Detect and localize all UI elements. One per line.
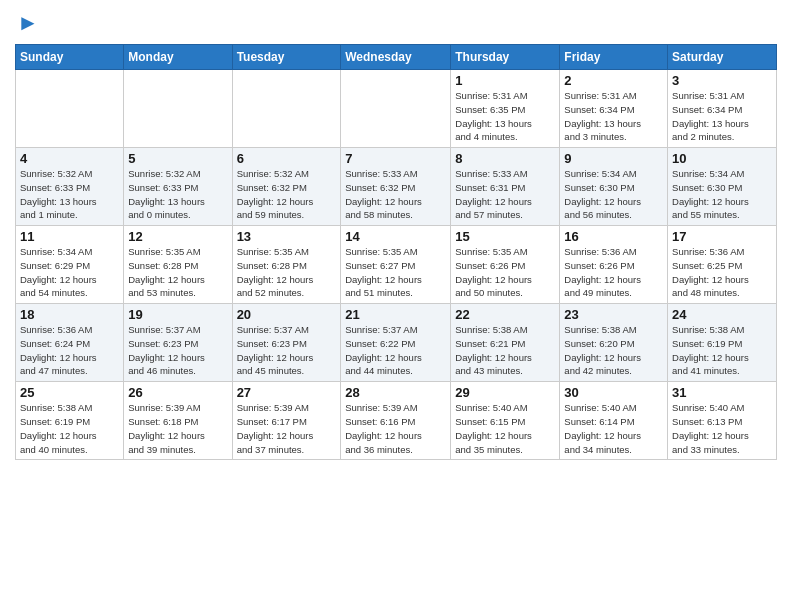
day-info: Sunrise: 5:34 AM Sunset: 6:30 PM Dayligh…	[672, 167, 772, 222]
day-number: 14	[345, 229, 446, 244]
day-info: Sunrise: 5:31 AM Sunset: 6:35 PM Dayligh…	[455, 89, 555, 144]
calendar-cell: 3Sunrise: 5:31 AM Sunset: 6:34 PM Daylig…	[668, 70, 777, 148]
day-info: Sunrise: 5:37 AM Sunset: 6:23 PM Dayligh…	[237, 323, 337, 378]
day-info: Sunrise: 5:39 AM Sunset: 6:18 PM Dayligh…	[128, 401, 227, 456]
day-info: Sunrise: 5:39 AM Sunset: 6:17 PM Dayligh…	[237, 401, 337, 456]
calendar-cell	[16, 70, 124, 148]
day-info: Sunrise: 5:35 AM Sunset: 6:28 PM Dayligh…	[128, 245, 227, 300]
day-number: 16	[564, 229, 663, 244]
calendar-cell: 4Sunrise: 5:32 AM Sunset: 6:33 PM Daylig…	[16, 148, 124, 226]
day-number: 31	[672, 385, 772, 400]
day-info: Sunrise: 5:31 AM Sunset: 6:34 PM Dayligh…	[672, 89, 772, 144]
calendar-cell: 12Sunrise: 5:35 AM Sunset: 6:28 PM Dayli…	[124, 226, 232, 304]
day-number: 30	[564, 385, 663, 400]
day-info: Sunrise: 5:39 AM Sunset: 6:16 PM Dayligh…	[345, 401, 446, 456]
calendar-week-row: 11Sunrise: 5:34 AM Sunset: 6:29 PM Dayli…	[16, 226, 777, 304]
calendar-cell: 19Sunrise: 5:37 AM Sunset: 6:23 PM Dayli…	[124, 304, 232, 382]
calendar-cell: 9Sunrise: 5:34 AM Sunset: 6:30 PM Daylig…	[560, 148, 668, 226]
page-container: ► Sunday Monday Tuesday Wednesday Thursd…	[0, 0, 792, 465]
calendar-cell: 30Sunrise: 5:40 AM Sunset: 6:14 PM Dayli…	[560, 382, 668, 460]
calendar-cell: 20Sunrise: 5:37 AM Sunset: 6:23 PM Dayli…	[232, 304, 341, 382]
day-number: 11	[20, 229, 119, 244]
weekday-header-row: Sunday Monday Tuesday Wednesday Thursday…	[16, 45, 777, 70]
header-monday: Monday	[124, 45, 232, 70]
calendar-cell: 29Sunrise: 5:40 AM Sunset: 6:15 PM Dayli…	[451, 382, 560, 460]
header-thursday: Thursday	[451, 45, 560, 70]
calendar-cell: 16Sunrise: 5:36 AM Sunset: 6:26 PM Dayli…	[560, 226, 668, 304]
calendar-cell	[232, 70, 341, 148]
calendar-cell: 8Sunrise: 5:33 AM Sunset: 6:31 PM Daylig…	[451, 148, 560, 226]
calendar-week-row: 4Sunrise: 5:32 AM Sunset: 6:33 PM Daylig…	[16, 148, 777, 226]
day-info: Sunrise: 5:36 AM Sunset: 6:24 PM Dayligh…	[20, 323, 119, 378]
header: ►	[15, 10, 777, 36]
calendar-cell: 13Sunrise: 5:35 AM Sunset: 6:28 PM Dayli…	[232, 226, 341, 304]
header-sunday: Sunday	[16, 45, 124, 70]
header-tuesday: Tuesday	[232, 45, 341, 70]
calendar-cell: 1Sunrise: 5:31 AM Sunset: 6:35 PM Daylig…	[451, 70, 560, 148]
calendar-cell: 10Sunrise: 5:34 AM Sunset: 6:30 PM Dayli…	[668, 148, 777, 226]
day-number: 17	[672, 229, 772, 244]
day-number: 12	[128, 229, 227, 244]
day-number: 13	[237, 229, 337, 244]
day-number: 20	[237, 307, 337, 322]
day-info: Sunrise: 5:36 AM Sunset: 6:25 PM Dayligh…	[672, 245, 772, 300]
day-number: 23	[564, 307, 663, 322]
day-number: 21	[345, 307, 446, 322]
day-info: Sunrise: 5:40 AM Sunset: 6:15 PM Dayligh…	[455, 401, 555, 456]
calendar-week-row: 1Sunrise: 5:31 AM Sunset: 6:35 PM Daylig…	[16, 70, 777, 148]
day-number: 6	[237, 151, 337, 166]
calendar-cell: 27Sunrise: 5:39 AM Sunset: 6:17 PM Dayli…	[232, 382, 341, 460]
day-number: 24	[672, 307, 772, 322]
header-wednesday: Wednesday	[341, 45, 451, 70]
day-number: 22	[455, 307, 555, 322]
calendar-cell: 31Sunrise: 5:40 AM Sunset: 6:13 PM Dayli…	[668, 382, 777, 460]
day-info: Sunrise: 5:36 AM Sunset: 6:26 PM Dayligh…	[564, 245, 663, 300]
header-friday: Friday	[560, 45, 668, 70]
calendar-table: Sunday Monday Tuesday Wednesday Thursday…	[15, 44, 777, 460]
day-number: 27	[237, 385, 337, 400]
day-info: Sunrise: 5:40 AM Sunset: 6:14 PM Dayligh…	[564, 401, 663, 456]
day-info: Sunrise: 5:32 AM Sunset: 6:32 PM Dayligh…	[237, 167, 337, 222]
day-number: 15	[455, 229, 555, 244]
calendar-cell: 11Sunrise: 5:34 AM Sunset: 6:29 PM Dayli…	[16, 226, 124, 304]
day-number: 5	[128, 151, 227, 166]
day-number: 10	[672, 151, 772, 166]
calendar-week-row: 18Sunrise: 5:36 AM Sunset: 6:24 PM Dayli…	[16, 304, 777, 382]
day-number: 9	[564, 151, 663, 166]
calendar-cell: 5Sunrise: 5:32 AM Sunset: 6:33 PM Daylig…	[124, 148, 232, 226]
day-info: Sunrise: 5:35 AM Sunset: 6:28 PM Dayligh…	[237, 245, 337, 300]
day-info: Sunrise: 5:40 AM Sunset: 6:13 PM Dayligh…	[672, 401, 772, 456]
day-info: Sunrise: 5:37 AM Sunset: 6:23 PM Dayligh…	[128, 323, 227, 378]
day-info: Sunrise: 5:32 AM Sunset: 6:33 PM Dayligh…	[128, 167, 227, 222]
day-number: 28	[345, 385, 446, 400]
day-info: Sunrise: 5:32 AM Sunset: 6:33 PM Dayligh…	[20, 167, 119, 222]
calendar-cell: 21Sunrise: 5:37 AM Sunset: 6:22 PM Dayli…	[341, 304, 451, 382]
day-info: Sunrise: 5:38 AM Sunset: 6:19 PM Dayligh…	[672, 323, 772, 378]
day-number: 18	[20, 307, 119, 322]
calendar-cell: 14Sunrise: 5:35 AM Sunset: 6:27 PM Dayli…	[341, 226, 451, 304]
day-info: Sunrise: 5:38 AM Sunset: 6:21 PM Dayligh…	[455, 323, 555, 378]
calendar-cell: 26Sunrise: 5:39 AM Sunset: 6:18 PM Dayli…	[124, 382, 232, 460]
day-info: Sunrise: 5:33 AM Sunset: 6:32 PM Dayligh…	[345, 167, 446, 222]
logo-arrow-icon: ►	[17, 10, 39, 36]
day-number: 2	[564, 73, 663, 88]
calendar-cell: 23Sunrise: 5:38 AM Sunset: 6:20 PM Dayli…	[560, 304, 668, 382]
calendar-cell: 24Sunrise: 5:38 AM Sunset: 6:19 PM Dayli…	[668, 304, 777, 382]
day-info: Sunrise: 5:35 AM Sunset: 6:27 PM Dayligh…	[345, 245, 446, 300]
day-info: Sunrise: 5:31 AM Sunset: 6:34 PM Dayligh…	[564, 89, 663, 144]
day-info: Sunrise: 5:38 AM Sunset: 6:19 PM Dayligh…	[20, 401, 119, 456]
calendar-cell	[124, 70, 232, 148]
day-number: 1	[455, 73, 555, 88]
day-number: 7	[345, 151, 446, 166]
header-saturday: Saturday	[668, 45, 777, 70]
calendar-cell: 25Sunrise: 5:38 AM Sunset: 6:19 PM Dayli…	[16, 382, 124, 460]
day-info: Sunrise: 5:34 AM Sunset: 6:30 PM Dayligh…	[564, 167, 663, 222]
day-info: Sunrise: 5:34 AM Sunset: 6:29 PM Dayligh…	[20, 245, 119, 300]
day-info: Sunrise: 5:33 AM Sunset: 6:31 PM Dayligh…	[455, 167, 555, 222]
calendar-cell: 2Sunrise: 5:31 AM Sunset: 6:34 PM Daylig…	[560, 70, 668, 148]
day-number: 29	[455, 385, 555, 400]
day-info: Sunrise: 5:38 AM Sunset: 6:20 PM Dayligh…	[564, 323, 663, 378]
calendar-cell: 18Sunrise: 5:36 AM Sunset: 6:24 PM Dayli…	[16, 304, 124, 382]
calendar-cell: 15Sunrise: 5:35 AM Sunset: 6:26 PM Dayli…	[451, 226, 560, 304]
day-number: 25	[20, 385, 119, 400]
